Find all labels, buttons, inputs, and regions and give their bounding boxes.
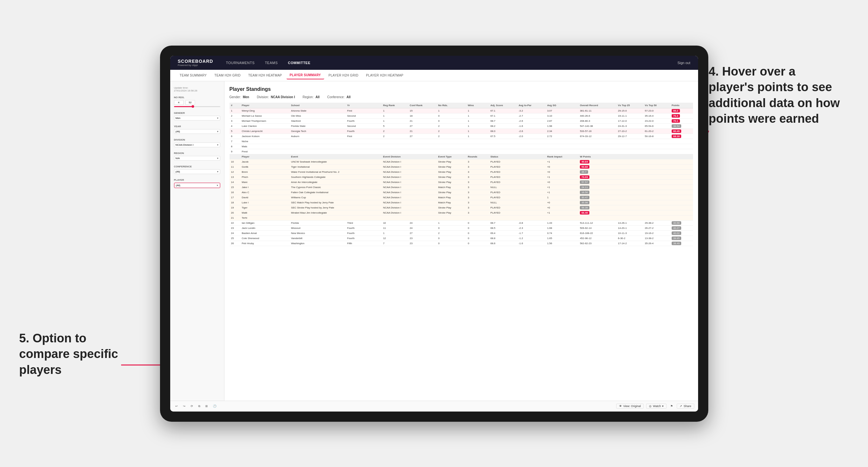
no-rds-min-input[interactable] bbox=[174, 100, 184, 105]
vs50-cell: 65-54-6 bbox=[643, 123, 670, 128]
points-cell[interactable]: 38.49 bbox=[670, 241, 693, 246]
no-rds-cell: 2 bbox=[437, 133, 466, 139]
player-cell: Prest bbox=[240, 149, 289, 154]
event-status: PLAYED bbox=[489, 169, 546, 175]
event-header-wpoints: W Points bbox=[578, 154, 670, 159]
vs50-cell: 61-20-2 bbox=[643, 128, 670, 133]
event-row: 12 Breni Wake Forest Invitational at Pin… bbox=[229, 169, 693, 175]
tab-team-summary[interactable]: TEAM SUMMARY bbox=[177, 72, 210, 79]
event-player: Alex C bbox=[240, 190, 289, 195]
event-num: 18 bbox=[229, 200, 240, 205]
event-rounds: 3 bbox=[466, 175, 489, 180]
empty-cell bbox=[289, 139, 693, 144]
nav-committee[interactable]: COMMITTEE bbox=[288, 61, 310, 65]
toolbar-refresh[interactable]: ⟳ bbox=[189, 404, 194, 408]
avg-sg-cell: 0.74 bbox=[546, 230, 578, 236]
division-select[interactable]: NCAA Division I bbox=[174, 143, 220, 147]
table-row: 1 Wenyi Ding Arizona State First 1 15 1 … bbox=[229, 108, 693, 113]
vs50-cell: 26-27-2 bbox=[643, 225, 670, 230]
points-cell[interactable]: 40.27 bbox=[670, 225, 693, 230]
toolbar-undo[interactable]: ↩ bbox=[174, 404, 179, 408]
event-row: 16 Alex C Fallen Oak Collegiate Invitati… bbox=[229, 190, 693, 195]
annotation-compare-players: 5. Option to compare specific players bbox=[19, 331, 127, 378]
watch-button[interactable]: ◎ Watch ▾ bbox=[646, 404, 666, 409]
nav-links: TOURNAMENTS TEAMS COMMITTEE bbox=[226, 61, 678, 65]
toolbar-clock[interactable]: 🕐 bbox=[212, 404, 218, 408]
no-rds-slider[interactable] bbox=[174, 106, 220, 107]
event-empty bbox=[670, 195, 693, 200]
event-name: Wake Forest Invitational at Pinehurst No… bbox=[289, 169, 381, 175]
event-player: Jacob bbox=[240, 159, 289, 164]
player-select[interactable]: (All) bbox=[174, 183, 220, 188]
reg-rank-cell: 1 bbox=[381, 230, 408, 236]
watch-icon: ◎ bbox=[649, 405, 652, 408]
gender-select[interactable]: Men Women bbox=[174, 116, 220, 121]
adj-score-cell: 68.7 bbox=[489, 118, 517, 123]
points-cell[interactable]: 68.18 bbox=[670, 133, 693, 139]
vs25-cell: 24-31-3 bbox=[617, 123, 643, 128]
nav-tournaments[interactable]: TOURNAMENTS bbox=[226, 61, 255, 65]
event-wpoints: 24.11 bbox=[578, 185, 670, 190]
points-cell[interactable]: 38.54 bbox=[670, 123, 693, 128]
event-header-division: Event Division bbox=[381, 154, 437, 159]
event-division: NCAA Division I bbox=[381, 205, 437, 210]
nav-teams[interactable]: TEAMS bbox=[265, 61, 278, 65]
region-section: Region N/A ▼ bbox=[174, 152, 220, 161]
conf-rank-cell: 27 bbox=[408, 123, 436, 128]
tablet-frame: SCOREBOARD Powered by clippi TOURNAMENTS… bbox=[160, 45, 708, 422]
conference-select[interactable]: (All) bbox=[174, 169, 220, 174]
event-status: NULL bbox=[489, 200, 546, 205]
event-division: NCAA Division I bbox=[381, 180, 437, 185]
tab-player-h2h-grid[interactable]: PLAYER H2H GRID bbox=[326, 72, 362, 79]
points-cell[interactable]: 40.02 bbox=[670, 230, 693, 236]
points-cell[interactable]: 70.1 bbox=[670, 118, 693, 123]
tab-player-summary[interactable]: PLAYER SUMMARY bbox=[286, 71, 324, 80]
table-row: 23 Jack Lundin Missouri Fourth 11 24 0 0… bbox=[229, 225, 693, 230]
points-cell[interactable]: 40.68 bbox=[670, 220, 693, 225]
event-header-status: Status bbox=[489, 154, 546, 159]
no-rds-cell: 2 bbox=[437, 128, 466, 133]
col-points: Points bbox=[670, 103, 693, 108]
rank-cell: 23 bbox=[229, 225, 240, 230]
data-area: Player Standings Gender: Men Division: N… bbox=[224, 81, 698, 401]
rank-cell: 26 bbox=[229, 241, 240, 246]
view-button[interactable]: 👁 View: Original bbox=[616, 404, 644, 409]
yr-cell: Second bbox=[345, 123, 381, 128]
conf-rank-cell: 27 bbox=[408, 230, 436, 236]
tab-player-h2h-heatmap[interactable]: PLAYER H2H HEATMAP bbox=[363, 72, 406, 79]
toolbar-flag[interactable]: ⚑ bbox=[669, 404, 674, 408]
rank-cell: 2 bbox=[229, 113, 240, 118]
toolbar-redo[interactable]: ↪ bbox=[182, 404, 187, 408]
event-name: UNCW Seahawk Intercollegiate bbox=[289, 159, 381, 164]
table-row: 8 Mats bbox=[229, 144, 693, 149]
player-cell: Jack Lundin bbox=[240, 225, 289, 230]
event-type: Stroke Play bbox=[437, 175, 466, 180]
event-status: PLAYED bbox=[489, 190, 546, 195]
conf-rank-cell: 23 bbox=[408, 241, 436, 246]
player-cell: Petr Hruby bbox=[240, 241, 289, 246]
vs50-cell: 13-38-2 bbox=[643, 236, 670, 241]
school-cell: Vanderbilt bbox=[289, 236, 345, 241]
year-select[interactable]: (All) bbox=[174, 129, 220, 134]
vs50-cell: 23-22-0 bbox=[643, 118, 670, 123]
toolbar-copy[interactable]: ⧉ bbox=[197, 404, 202, 409]
vs25-cell: 27-10-2 bbox=[617, 128, 643, 133]
tab-team-h2h-grid[interactable]: TEAM H2H GRID bbox=[211, 72, 244, 79]
points-cell[interactable]: 80.49 bbox=[670, 128, 693, 133]
points-cell[interactable]: 88.2 bbox=[670, 108, 693, 113]
points-cell[interactable]: 39.95 bbox=[670, 236, 693, 241]
top-nav: SCOREBOARD Powered by clippi TOURNAMENTS… bbox=[170, 56, 698, 70]
event-row: 17 David Williams Cup NCAA Division I Ma… bbox=[229, 195, 693, 200]
event-division: NCAA Division I bbox=[381, 190, 437, 195]
sign-out-link[interactable]: Sign out bbox=[677, 61, 690, 65]
table-row: 2 Michael La Sasso Ole Miss Second 1 18 … bbox=[229, 113, 693, 118]
no-rds-max-input[interactable] bbox=[186, 100, 195, 105]
region-select[interactable]: N/A bbox=[174, 156, 220, 161]
points-cell[interactable]: 76.3 bbox=[670, 113, 693, 118]
tab-team-h2h-heatmap[interactable]: TEAM H2H HEATMAP bbox=[245, 72, 285, 79]
share-button[interactable]: ↗ Share bbox=[677, 404, 694, 409]
event-row: 14 Mare Amer An Intercollegiate NCAA Div… bbox=[229, 180, 693, 185]
vs25-cell: 19-11-1 bbox=[617, 113, 643, 118]
toolbar-paste[interactable]: ⊞ bbox=[204, 404, 209, 408]
event-num: 21 bbox=[229, 215, 240, 220]
